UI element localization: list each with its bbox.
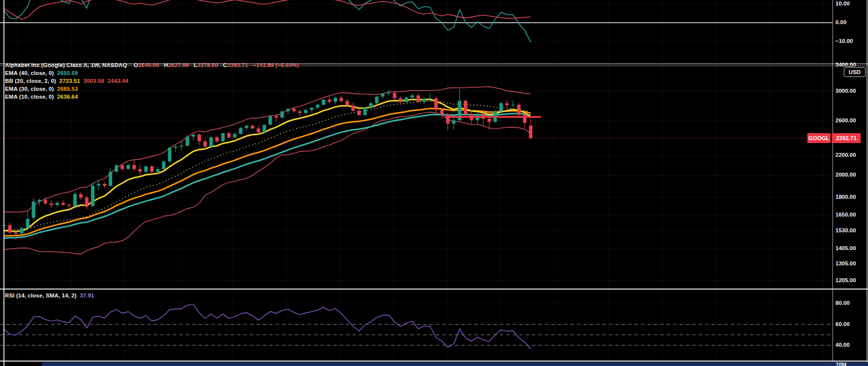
price-axis-label: 1650.00 xyxy=(835,212,866,218)
rsi-axis-label: 80.00 xyxy=(835,300,866,306)
rsi-label: RSI (14, close, SMA, 14, 2) xyxy=(5,293,76,298)
indicator-legend-ema30[interactable]: EMA (30, close, 0) 2685.53 xyxy=(5,86,78,92)
price-pane[interactable] xyxy=(4,87,531,254)
oscillator-axis-label: −10.00 xyxy=(835,38,866,44)
pane-separator-rsi[interactable] xyxy=(0,289,868,290)
volume-axis-label: 70M xyxy=(835,362,846,366)
currency-badge: USD xyxy=(844,67,866,77)
indicator-legend-bb[interactable]: BB (20, close, 2, 0) 2723.51 3003.58 244… xyxy=(5,78,128,84)
price-axis-label: 1305.00 xyxy=(835,260,866,266)
last-price-tag-value: 2392.71 xyxy=(832,133,861,143)
price-axis-label: 1405.00 xyxy=(835,245,866,251)
rsi-line xyxy=(4,304,531,349)
oscillator-axis-label: 0.00 xyxy=(835,19,866,25)
rsi-axis-label: 60.00 xyxy=(835,321,866,327)
pane-separator-top[interactable] xyxy=(0,64,868,64)
price-axis-label: 2000.00 xyxy=(835,172,866,178)
oscillator-red-line xyxy=(4,0,531,19)
last-price-tag-symbol: GOOGL xyxy=(807,133,831,143)
ema30-value: 2685.53 xyxy=(57,86,78,92)
bb-lower-value: 2443.44 xyxy=(108,78,128,84)
price-axis-label: 1530.00 xyxy=(835,227,866,233)
right-edge-border xyxy=(867,0,868,366)
price-axis-label: 1205.00 xyxy=(835,277,866,283)
indicator-legend-ema10[interactable]: EMA (10, close, 0) 2636.64 xyxy=(5,94,78,100)
ema30-label: EMA (30, close, 0) xyxy=(5,86,54,92)
ema10-label: EMA (10, close, 0) xyxy=(5,94,54,100)
chart-canvas[interactable] xyxy=(0,0,868,366)
ema40-value: 2650.59 xyxy=(57,70,78,76)
price-axis-label: 3000.00 xyxy=(835,88,866,94)
bottom-toolbar-strip[interactable] xyxy=(42,362,868,366)
oscillator-teal-line xyxy=(4,0,531,42)
rsi-axis-label: 40.00 xyxy=(835,342,866,348)
chart-window: Alphabet Inc (Google) Class A, 1W, NASDA… xyxy=(0,0,868,366)
price-axis-label: 2200.00 xyxy=(835,152,866,158)
candles-layer[interactable] xyxy=(2,89,533,240)
bb-upper-value: 3003.58 xyxy=(83,78,104,84)
price-axis-label: 1800.00 xyxy=(835,194,866,200)
gridlines xyxy=(0,0,832,361)
bb-lower-line xyxy=(4,112,531,254)
rsi-value: 37.91 xyxy=(80,293,94,298)
ema40-line xyxy=(4,113,531,238)
ema10-value: 2636.64 xyxy=(57,94,78,100)
bb-basis-value: 2723.51 xyxy=(59,78,80,84)
left-edge-line xyxy=(3,0,4,366)
pane-separator-bottom[interactable] xyxy=(0,361,868,362)
pane-separator-top-2[interactable] xyxy=(0,66,868,66)
price-axis-label: 2600.00 xyxy=(835,117,866,123)
ema30-line xyxy=(4,109,531,236)
bb-label: BB (20, close, 2, 0) xyxy=(5,78,56,84)
oscillator-axis-label: 10.00 xyxy=(835,0,866,6)
indicator-legend-ema40[interactable]: EMA (40, close, 0) 2650.59 xyxy=(5,70,78,76)
ema40-label: EMA (40, close, 0) xyxy=(5,70,54,76)
axis-border[interactable] xyxy=(832,0,833,366)
indicator-legend-rsi[interactable]: RSI (14, close, SMA, 14, 2) 37.91 xyxy=(5,293,94,298)
